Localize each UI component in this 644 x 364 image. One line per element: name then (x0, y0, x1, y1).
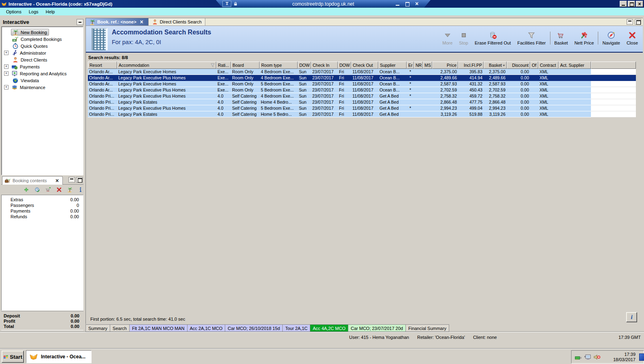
bottom-tab-search[interactable]: Search (110, 324, 130, 332)
bottom-tab-acc-2a-1c-mco[interactable]: Acc 2A,1C MCO (188, 324, 226, 332)
table-row[interactable]: Orlando Ar...Legacy Park Executive Plus … (88, 87, 636, 93)
column-header-check-out[interactable]: Check Out (351, 62, 378, 69)
toolbar-button-facilities-filter[interactable]: Facilities Filter (514, 31, 549, 45)
menu-item-options[interactable]: Options (2, 9, 25, 15)
sidebar-collapse-button[interactable] (77, 19, 83, 25)
erase-icon (489, 31, 497, 39)
info-icon[interactable] (78, 186, 83, 193)
network-icon[interactable] (575, 353, 582, 361)
table-row[interactable]: Orlando Pri...Legacy Park Estates4.0Self… (88, 111, 636, 117)
expand-box[interactable] (4, 51, 9, 55)
sidebar-item-viewdata[interactable]: Viewdata (2, 77, 83, 84)
column-header-er[interactable]: Er (407, 62, 414, 69)
column-header-ms[interactable]: MS (423, 62, 432, 69)
table-row[interactable]: Orlando Pri...Legacy Park Executive Plus… (88, 105, 636, 111)
cell-nr (414, 87, 423, 93)
volume-muted-icon[interactable] (593, 353, 601, 361)
panel-maximize-button[interactable] (76, 177, 83, 183)
bottom-tab-financial-summary[interactable]: Financial Summary (406, 324, 449, 332)
column-header-of[interactable]: Of (530, 62, 538, 69)
table-row[interactable]: Orlando Pri...Legacy Park Estates4.0Self… (88, 99, 636, 105)
delete-icon[interactable] (56, 186, 62, 193)
expand-box[interactable] (4, 85, 9, 89)
column-header-check-in[interactable]: Check In (311, 62, 338, 69)
cell-filler (591, 111, 636, 117)
sidebar-item-new-booking[interactable]: New Booking (2, 29, 83, 36)
toolbar-button-label: Close (627, 40, 638, 45)
bottom-tab-acc-4a-2c-mco[interactable]: Acc 4A,2C MCO (310, 324, 348, 332)
column-header-board[interactable]: Board (231, 62, 260, 69)
column-header-nr[interactable]: NR (414, 62, 423, 69)
column-filter-icon[interactable] (210, 63, 215, 68)
table-row[interactable]: Orlando Ar...Legacy Park Executive Plus … (88, 75, 636, 81)
monitor-plug-icon[interactable] (584, 353, 591, 361)
toolbar-button-close[interactable]: Close (623, 31, 641, 45)
minimize-button[interactable] (620, 1, 627, 7)
table-row[interactable]: Orlando Pri...Legacy Park Executive Plus… (88, 93, 636, 99)
content-maximize-button[interactable] (635, 19, 641, 25)
booking-contents-close-icon[interactable] (55, 178, 60, 183)
sidebar-item-quick-quotes[interactable]: Quick Quotes (2, 43, 83, 49)
column-header-dow[interactable]: DOW (298, 62, 311, 69)
sidebar-item-label: Payments (20, 64, 40, 69)
tab-close-icon[interactable] (140, 19, 145, 25)
add-icon[interactable] (23, 186, 29, 193)
column-header-contract[interactable]: Contract (538, 62, 559, 69)
panel-minimize-button[interactable] (68, 177, 75, 183)
sidebar-item-payments[interactable]: Payments (2, 63, 83, 70)
bottom-tab-tour-2a-1c[interactable]: Tour 2A,1C (283, 324, 310, 332)
refresh-icon[interactable] (34, 186, 40, 193)
column-header-basket[interactable]: Basket (484, 62, 507, 69)
rdp-close-button[interactable] (414, 1, 420, 6)
menu-item-help[interactable]: Help (42, 9, 59, 15)
column-header-accommodation[interactable]: Accommodation (117, 62, 216, 69)
column-header-room-type[interactable]: Room type (260, 62, 298, 69)
toolbar-button-erase-filtered-out[interactable]: Erase Filtered Out (471, 31, 514, 45)
taskbar-item-interactive[interactable]: Interactive - Ocea... (26, 350, 92, 363)
menu-item-logs[interactable]: Logs (25, 9, 42, 15)
taskbar: Start Interactive - Ocea... 17:39 18/03/… (0, 349, 644, 364)
sidebar-item-direct-clients[interactable]: Direct Clients (2, 56, 83, 63)
close-button[interactable] (636, 1, 643, 7)
column-header-dow[interactable]: DOW (338, 62, 351, 69)
expand-box[interactable] (4, 71, 9, 76)
sidebar-item-maintenance[interactable]: Maintenance (2, 84, 83, 91)
column-header-rati[interactable]: Rati... (216, 62, 231, 69)
cell-basket: 3,119.26 (484, 111, 507, 117)
column-header-resort[interactable]: Resort (88, 62, 117, 69)
bottom-tab-summary[interactable]: Summary (85, 324, 110, 332)
sidebar-item-administrator[interactable]: Administrator (2, 49, 83, 56)
bottom-tab-flt-2a-1c-man-mco-man[interactable]: Flt 2A,1C MAN MCO MAN (130, 324, 188, 332)
sidebar-item-reporting-and-analytics[interactable]: Reporting and Analytics (2, 70, 83, 77)
tab-book-ref-none[interactable]: Book. ref.: <none> (86, 18, 149, 26)
palm-icon[interactable] (67, 186, 73, 193)
bottom-tab-car-mco-23-07-2017-20d[interactable]: Car MCO; 23/07/2017 20d (348, 324, 406, 332)
cell-accommodation: Legacy Park Executive Plus Homes (117, 105, 216, 111)
bottom-tab-car-mco-26-10-2018-15d[interactable]: Car MCO; 26/10/2018 15d (225, 324, 283, 332)
table-row[interactable]: Orlando Ar...Legacy Park Executive Homes… (88, 69, 636, 75)
tab-direct-clients-search[interactable]: Direct Clients Search (149, 18, 205, 26)
column-header-discount[interactable]: Discount (507, 62, 530, 69)
table-row[interactable]: Orlando Ar...Legacy Park Executive Homes… (88, 81, 636, 87)
start-button[interactable]: Start (2, 351, 24, 363)
tray-partial-icon[interactable] (639, 353, 644, 361)
restore-button[interactable] (628, 1, 635, 7)
column-header-incl-fl-pp[interactable]: Incl.Fl.PP (458, 62, 484, 69)
booking-contents-tab[interactable]: Booking contents (2, 176, 63, 185)
windows-flag-icon (3, 353, 9, 360)
toolbar-button-nett-price[interactable]: Nett Price (571, 31, 597, 45)
cell-dow: Sun (298, 93, 311, 99)
column-header-price[interactable]: Price (432, 62, 458, 69)
column-header-supplier[interactable]: Supplier (378, 62, 407, 69)
toolbar-button-basket[interactable]: Basket (551, 31, 571, 45)
toolbar-button-navigate[interactable]: Navigate (599, 31, 623, 45)
info-button[interactable]: i (626, 312, 637, 322)
column-header-act-supplier[interactable]: Act. Supplier (559, 62, 591, 69)
column-header-label: Of (532, 63, 536, 68)
cart-arrow-icon[interactable] (45, 186, 51, 193)
content-minimize-button[interactable] (627, 19, 633, 25)
rdp-minimize-button[interactable] (395, 1, 401, 6)
rdp-restore-button[interactable] (405, 1, 410, 6)
expand-box[interactable] (4, 64, 9, 69)
sidebar-item-completed-bookings[interactable]: Completed Bookings (2, 36, 83, 43)
